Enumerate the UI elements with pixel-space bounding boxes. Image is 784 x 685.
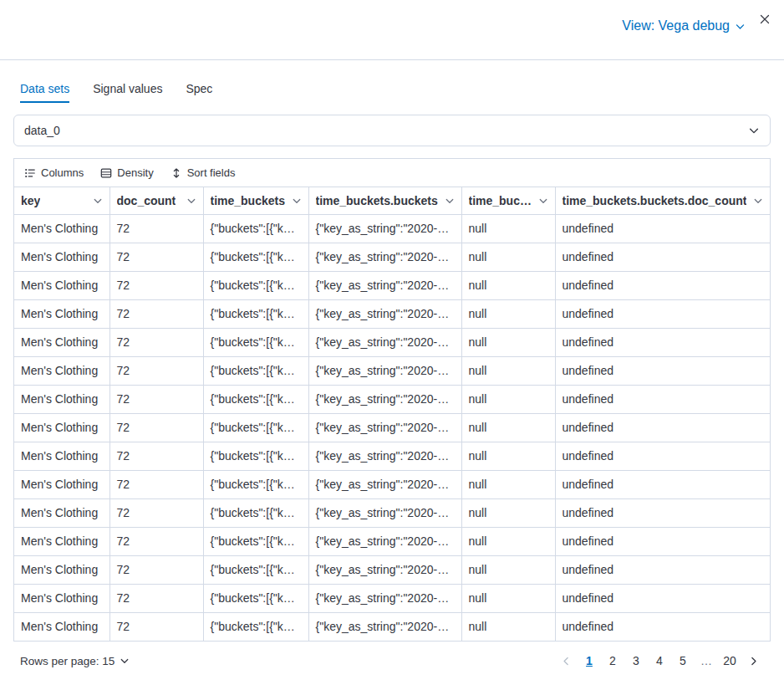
table-cell[interactable]: Men's Clothing [14, 442, 109, 470]
table-cell[interactable]: null [461, 356, 555, 385]
table-cell[interactable]: Men's Clothing [14, 385, 109, 413]
column-header[interactable]: time_buckets [203, 187, 308, 214]
table-cell[interactable]: 72 [109, 328, 203, 356]
table-cell[interactable]: undefined [555, 612, 770, 641]
table-cell[interactable]: null [461, 299, 555, 328]
table-cell[interactable]: {"buckets":[{"k… [203, 328, 308, 356]
table-cell[interactable]: 72 [109, 555, 203, 584]
close-icon[interactable] [756, 10, 774, 28]
table-cell[interactable]: null [461, 385, 555, 413]
view-selector[interactable]: View: Vega debug [622, 18, 746, 33]
table-cell[interactable]: null [461, 271, 555, 299]
table-cell[interactable]: 72 [109, 584, 203, 612]
table-cell[interactable]: {"buckets":[{"k… [203, 470, 308, 498]
table-cell[interactable]: undefined [555, 413, 770, 442]
table-cell[interactable]: 72 [109, 299, 203, 328]
chevron-down-icon[interactable] [753, 196, 763, 206]
column-header[interactable]: time_buckets.buckets [308, 187, 461, 214]
chevron-down-icon[interactable] [186, 196, 196, 206]
table-cell[interactable]: {"buckets":[{"k… [203, 299, 308, 328]
table-cell[interactable]: Men's Clothing [14, 243, 109, 271]
table-cell[interactable]: undefined [555, 299, 770, 328]
table-cell[interactable]: null [461, 527, 555, 555]
table-cell[interactable]: Men's Clothing [14, 498, 109, 527]
table-cell[interactable]: {"key_as_string":"2020-… [308, 527, 461, 555]
table-cell[interactable]: Men's Clothing [14, 328, 109, 356]
table-cell[interactable]: {"key_as_string":"2020-… [308, 328, 461, 356]
table-cell[interactable]: {"key_as_string":"2020-… [308, 243, 461, 271]
table-cell[interactable]: 72 [109, 385, 203, 413]
table-cell[interactable]: {"buckets":[{"k… [203, 612, 308, 641]
table-cell[interactable]: null [461, 555, 555, 584]
table-cell[interactable]: 72 [109, 356, 203, 385]
chevron-down-icon[interactable] [538, 196, 548, 206]
columns-button[interactable]: Columns [24, 166, 84, 179]
table-cell[interactable]: {"buckets":[{"k… [203, 584, 308, 612]
table-cell[interactable]: 72 [109, 271, 203, 299]
table-cell[interactable]: {"key_as_string":"2020-… [308, 584, 461, 612]
column-header[interactable]: time_buckets.buckets.doc_count [555, 187, 770, 214]
table-cell[interactable]: Men's Clothing [14, 527, 109, 555]
table-cell[interactable]: 72 [109, 214, 203, 243]
table-cell[interactable]: 72 [109, 612, 203, 641]
table-cell[interactable]: {"key_as_string":"2020-… [308, 498, 461, 527]
table-cell[interactable]: undefined [555, 470, 770, 498]
table-cell[interactable]: {"buckets":[{"k… [203, 214, 308, 243]
table-cell[interactable]: {"key_as_string":"2020-… [308, 299, 461, 328]
chevron-down-icon[interactable] [445, 196, 455, 206]
chevron-down-icon[interactable] [292, 196, 302, 206]
table-cell[interactable]: null [461, 612, 555, 641]
table-cell[interactable]: Men's Clothing [14, 555, 109, 584]
table-cell[interactable]: undefined [555, 498, 770, 527]
table-cell[interactable]: {"key_as_string":"2020-… [308, 385, 461, 413]
table-cell[interactable]: {"key_as_string":"2020-… [308, 271, 461, 299]
pagination-page-button[interactable]: 1 [578, 650, 600, 672]
table-cell[interactable]: null [461, 498, 555, 527]
table-cell[interactable]: undefined [555, 214, 770, 243]
table-cell[interactable]: Men's Clothing [14, 584, 109, 612]
table-cell[interactable]: 72 [109, 413, 203, 442]
pagination-page-button[interactable]: 20 [719, 650, 741, 672]
table-cell[interactable]: Men's Clothing [14, 299, 109, 328]
table-cell[interactable]: {"buckets":[{"k… [203, 271, 308, 299]
table-cell[interactable]: {"buckets":[{"k… [203, 498, 308, 527]
table-cell[interactable]: undefined [555, 356, 770, 385]
table-cell[interactable]: {"buckets":[{"k… [203, 555, 308, 584]
column-header[interactable]: time_buck… [461, 187, 555, 214]
tab-spec[interactable]: Spec [186, 82, 212, 103]
table-cell[interactable]: null [461, 584, 555, 612]
table-cell[interactable]: {"key_as_string":"2020-… [308, 470, 461, 498]
table-cell[interactable]: undefined [555, 584, 770, 612]
table-cell[interactable]: undefined [555, 271, 770, 299]
table-cell[interactable]: {"buckets":[{"k… [203, 527, 308, 555]
pagination-page-button[interactable]: 5 [672, 650, 694, 672]
sort-fields-button[interactable]: Sort fields [171, 166, 236, 179]
table-cell[interactable]: {"key_as_string":"2020-… [308, 356, 461, 385]
table-cell[interactable]: {"buckets":[{"k… [203, 385, 308, 413]
table-cell[interactable]: Men's Clothing [14, 356, 109, 385]
column-header[interactable]: key [14, 187, 109, 214]
table-cell[interactable]: {"key_as_string":"2020-… [308, 612, 461, 641]
table-cell[interactable]: undefined [555, 243, 770, 271]
table-cell[interactable]: {"key_as_string":"2020-… [308, 555, 461, 584]
next-page-button[interactable] [742, 650, 764, 672]
table-cell[interactable]: 72 [109, 527, 203, 555]
table-cell[interactable]: {"key_as_string":"2020-… [308, 413, 461, 442]
table-cell[interactable]: null [461, 214, 555, 243]
table-cell[interactable]: null [461, 328, 555, 356]
table-cell[interactable]: undefined [555, 385, 770, 413]
table-cell[interactable]: undefined [555, 527, 770, 555]
pagination-page-button[interactable]: 2 [602, 650, 624, 672]
pagination-page-button[interactable]: 3 [625, 650, 647, 672]
table-cell[interactable]: 72 [109, 498, 203, 527]
table-cell[interactable]: Men's Clothing [14, 612, 109, 641]
table-cell[interactable]: Men's Clothing [14, 470, 109, 498]
table-cell[interactable]: null [461, 442, 555, 470]
table-cell[interactable]: null [461, 413, 555, 442]
table-cell[interactable]: {"buckets":[{"k… [203, 243, 308, 271]
table-cell[interactable]: {"buckets":[{"k… [203, 442, 308, 470]
tab-data-sets[interactable]: Data sets [20, 82, 69, 103]
table-cell[interactable]: 72 [109, 442, 203, 470]
table-cell[interactable]: Men's Clothing [14, 271, 109, 299]
table-cell[interactable]: {"key_as_string":"2020-… [308, 442, 461, 470]
